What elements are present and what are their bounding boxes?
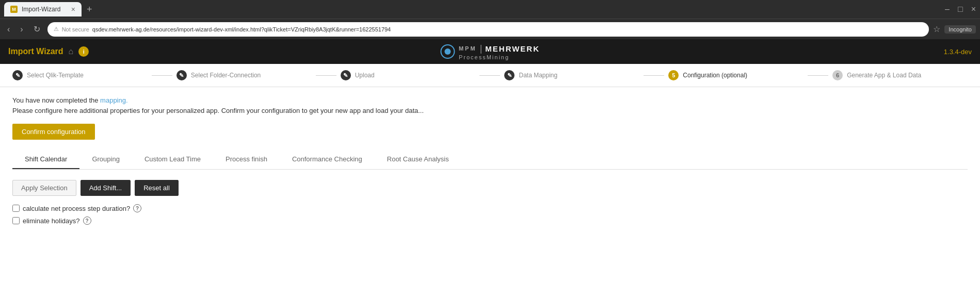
forward-button[interactable]: › xyxy=(17,23,26,36)
home-icon[interactable]: ⌂ xyxy=(69,47,74,56)
eliminate-holidays-checkbox[interactable] xyxy=(12,217,20,224)
checkbox-row-2: eliminate holidays? ? xyxy=(12,217,968,225)
version-badge: 1.3.4-dev xyxy=(944,48,972,56)
step-6: 6 Generate App & Load Data xyxy=(832,70,968,80)
step-4: ✎ Data Mapping xyxy=(504,70,639,80)
app-header: Import Wizard ⌂ i MPM | MEHRWERK Process… xyxy=(0,39,980,64)
address-bar[interactable]: ⚠ Not secure qsdev.mehrwerk-ag.de/resour… xyxy=(47,22,929,37)
browser-close[interactable]: × xyxy=(971,5,976,14)
logo-mpm: MPM xyxy=(459,45,477,52)
action-buttons: Apply Selection Add Shift... Reset all xyxy=(12,180,968,196)
reload-button[interactable]: ↻ xyxy=(30,22,43,36)
step-sep-2 xyxy=(316,75,336,76)
app-title-text: Import Wizard xyxy=(8,47,63,56)
security-label: Not secure xyxy=(62,26,89,32)
tab-grouping[interactable]: Grouping xyxy=(79,150,132,169)
tab-process-finish[interactable]: Process finish xyxy=(213,150,280,169)
logo-inner-circle xyxy=(444,48,451,55)
incognito-badge: Incognito xyxy=(944,25,976,34)
step-3-label: Upload xyxy=(355,72,375,79)
tab-title: Import-Wizard xyxy=(22,6,60,13)
calculate-net-checkbox[interactable] xyxy=(12,205,20,212)
highlight-mapping: mapping. xyxy=(100,96,127,104)
step-2: ✎ Select Folder-Connection xyxy=(176,70,312,80)
info-line-2: Please configure here additional propert… xyxy=(12,106,968,116)
step-1-label: Select Qlik-Template xyxy=(27,72,84,79)
eliminate-holidays-help-icon[interactable]: ? xyxy=(83,217,91,225)
step-2-label: Select Folder-Connection xyxy=(191,72,261,79)
reset-all-button[interactable]: Reset all xyxy=(135,180,179,196)
confirm-configuration-button[interactable]: Confirm configuration xyxy=(12,124,95,140)
tab-favicon: M xyxy=(10,6,18,13)
step-5-icon: 5 xyxy=(668,70,679,80)
browser-maximize[interactable]: □ xyxy=(958,5,963,14)
step-6-label: Generate App & Load Data xyxy=(847,72,921,79)
step-sep-3 xyxy=(479,75,500,76)
step-5-label: Configuration (optional) xyxy=(683,72,747,79)
tab-conformance-checking[interactable]: Conformance Checking xyxy=(280,150,375,169)
step-2-icon: ✎ xyxy=(176,70,187,80)
info-text-block: You have now completed the mapping. Plea… xyxy=(12,95,968,115)
tab-close-btn[interactable]: × xyxy=(71,5,75,13)
app-title-area: Import Wizard ⌂ i xyxy=(8,46,89,57)
step-3: ✎ Upload xyxy=(341,70,476,80)
calculate-net-label: calculate net process step duration? xyxy=(23,205,130,212)
step-4-label: Data Mapping xyxy=(519,72,557,79)
config-tabs: Shift Calendar Grouping Custom Lead Time… xyxy=(12,150,968,170)
apply-selection-button[interactable]: Apply Selection xyxy=(12,180,76,196)
tab-root-cause-analysis[interactable]: Root Cause Analysis xyxy=(375,150,461,169)
step-1-icon: ✎ xyxy=(12,70,23,80)
step-sep-4 xyxy=(644,75,664,76)
logo-mehrwerk: MEHRWERK xyxy=(485,44,540,53)
checkbox-row-1: calculate net process step duration? ? xyxy=(12,204,968,212)
back-button[interactable]: ‹ xyxy=(4,23,13,36)
main-content: You have now completed the mapping. Plea… xyxy=(0,87,980,260)
step-sep-5 xyxy=(808,75,828,76)
step-6-icon: 6 xyxy=(832,70,843,80)
step-3-icon: ✎ xyxy=(341,70,351,80)
step-4-icon: ✎ xyxy=(504,70,515,80)
browser-minimize[interactable]: – xyxy=(945,5,950,14)
security-icon: ⚠ xyxy=(54,26,59,32)
shift-calendar-tab-content: Apply Selection Add Shift... Reset all c… xyxy=(12,170,968,252)
info-icon[interactable]: i xyxy=(78,46,89,57)
calculate-net-help-icon[interactable]: ? xyxy=(133,204,141,212)
info-line-1: You have now completed the mapping. xyxy=(12,95,968,106)
nav-bar: ‹ › ↻ ⚠ Not secure qsdev.mehrwerk-ag.de/… xyxy=(0,19,980,39)
tab-shift-calendar[interactable]: Shift Calendar xyxy=(12,150,79,169)
logo-circle xyxy=(440,44,455,59)
step-sep-1 xyxy=(152,75,172,76)
logo-pm: ProcessMining xyxy=(459,54,509,60)
tab-bar: M Import-Wizard × + xyxy=(4,2,95,16)
eliminate-holidays-label: eliminate holidays? xyxy=(23,217,80,225)
new-tab-button[interactable]: + xyxy=(84,3,95,16)
step-1: ✎ Select Qlik-Template xyxy=(12,70,148,80)
tab-custom-lead-time[interactable]: Custom Lead Time xyxy=(132,150,213,169)
step-5: 5 Configuration (optional) xyxy=(668,70,804,80)
nav-right-area: ☆ Incognito xyxy=(933,24,976,34)
logo-center: MPM | MEHRWERK ProcessMining xyxy=(440,43,540,60)
steps-bar: ✎ Select Qlik-Template ✎ Select Folder-C… xyxy=(0,64,980,87)
url-display: qsdev.mehrwerk-ag.de/resources/import-wi… xyxy=(92,26,391,32)
add-shift-button[interactable]: Add Shift... xyxy=(81,180,131,196)
active-tab[interactable]: M Import-Wizard × xyxy=(4,2,82,16)
bookmark-icon[interactable]: ☆ xyxy=(933,24,940,34)
browser-chrome: M Import-Wizard × + – □ × xyxy=(0,0,980,19)
logo-text: MPM | MEHRWERK ProcessMining xyxy=(459,43,540,60)
